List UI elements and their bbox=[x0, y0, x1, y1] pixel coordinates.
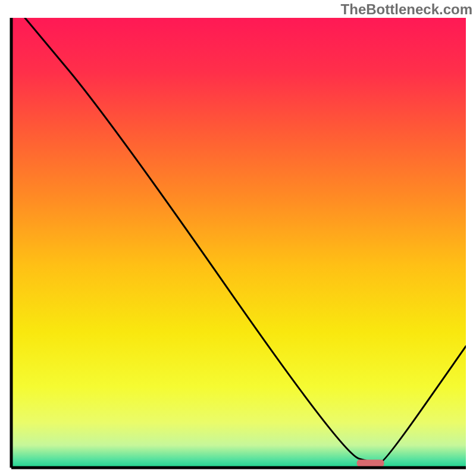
chart-container: TheBottleneck.com bbox=[0, 0, 476, 476]
optimal-highlight bbox=[357, 459, 384, 466]
gradient-background bbox=[11, 18, 466, 468]
bottleneck-chart bbox=[0, 0, 476, 476]
